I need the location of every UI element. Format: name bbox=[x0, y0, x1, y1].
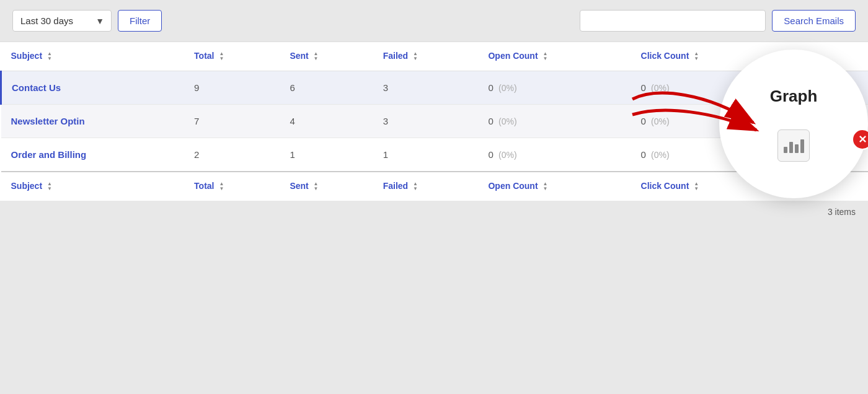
close-graph-button[interactable]: ✕ bbox=[852, 129, 868, 150]
toolbar: Last 30 days Last 7 days Last 90 days Cu… bbox=[0, 0, 868, 42]
sort-total-icon[interactable]: ▲▼ bbox=[219, 51, 224, 63]
sort-subject-icon[interactable]: ▲▼ bbox=[47, 51, 52, 63]
table-header-row: Subject ▲▼ Total ▲▼ Sent ▲▼ bbox=[1, 42, 869, 71]
cell-failed: 3 bbox=[373, 71, 479, 105]
col-header-sent[interactable]: Sent ▲▼ bbox=[280, 42, 373, 71]
cell-subject[interactable]: Contact Us bbox=[1, 71, 185, 105]
sort-failed-icon[interactable]: ▲▼ bbox=[413, 51, 418, 63]
col-header-total[interactable]: Total ▲▼ bbox=[184, 42, 280, 71]
cell-sent: 1 bbox=[280, 138, 373, 172]
date-filter-wrapper: Last 30 days Last 7 days Last 90 days Cu… bbox=[12, 10, 112, 32]
cell-total: 2 bbox=[184, 138, 280, 172]
search-emails-button[interactable]: Search Emails bbox=[772, 10, 856, 32]
sort-sent-icon[interactable]: ▲▼ bbox=[314, 51, 319, 63]
col-header-failed[interactable]: Failed ▲▼ bbox=[373, 42, 479, 71]
date-select[interactable]: Last 30 days Last 7 days Last 90 days Cu… bbox=[12, 10, 112, 32]
search-input[interactable] bbox=[580, 10, 766, 32]
cell-sent: 6 bbox=[280, 71, 373, 105]
bar-chart-icon bbox=[784, 138, 804, 153]
cell-open-count: 0 (0%) bbox=[478, 71, 631, 105]
table-footer-row: Subject ▲▼ Total ▲▼ Sent ▲▼ bbox=[1, 172, 869, 201]
footer-col-subject[interactable]: Subject ▲▼ bbox=[1, 172, 185, 201]
sort-clickcount-icon[interactable]: ▲▼ bbox=[694, 51, 699, 63]
items-count: 3 items bbox=[0, 201, 868, 223]
cell-subject[interactable]: Newsletter Optin bbox=[1, 105, 185, 138]
col-header-subject[interactable]: Subject ▲▼ bbox=[1, 42, 185, 71]
sort-opencount-footer-icon[interactable]: ▲▼ bbox=[542, 182, 547, 193]
footer-col-open-count[interactable]: Open Count ▲▼ bbox=[478, 172, 631, 201]
cell-open-count: 0 (0%) bbox=[478, 105, 631, 138]
sort-subject-footer-icon[interactable]: ▲▼ bbox=[47, 182, 52, 193]
sort-opencount-icon[interactable]: ▲▼ bbox=[542, 51, 547, 63]
cell-sent: 4 bbox=[280, 105, 373, 138]
footer-col-sent[interactable]: Sent ▲▼ bbox=[280, 172, 373, 201]
sort-sent-footer-icon[interactable]: ▲▼ bbox=[314, 182, 319, 193]
graph-popup: Graph bbox=[719, 50, 868, 198]
sort-total-footer-icon[interactable]: ▲▼ bbox=[219, 182, 224, 193]
sort-clickcount-footer-icon[interactable]: ▲▼ bbox=[694, 182, 699, 193]
cell-failed: 3 bbox=[373, 105, 479, 138]
footer-col-failed[interactable]: Failed ▲▼ bbox=[373, 172, 479, 201]
cell-failed: 1 bbox=[373, 138, 479, 172]
sort-failed-footer-icon[interactable]: ▲▼ bbox=[413, 182, 418, 193]
graph-popup-title: Graph bbox=[770, 87, 818, 106]
graph-bar-chart-button[interactable] bbox=[777, 129, 810, 162]
col-header-open-count[interactable]: Open Count ▲▼ bbox=[478, 42, 631, 71]
cell-total: 9 bbox=[184, 71, 280, 105]
footer-col-total[interactable]: Total ▲▼ bbox=[184, 172, 280, 201]
cell-subject[interactable]: Order and Billing bbox=[1, 138, 185, 172]
cell-total: 7 bbox=[184, 105, 280, 138]
filter-button[interactable]: Filter bbox=[118, 10, 162, 32]
cell-open-count: 0 (0%) bbox=[478, 138, 631, 172]
